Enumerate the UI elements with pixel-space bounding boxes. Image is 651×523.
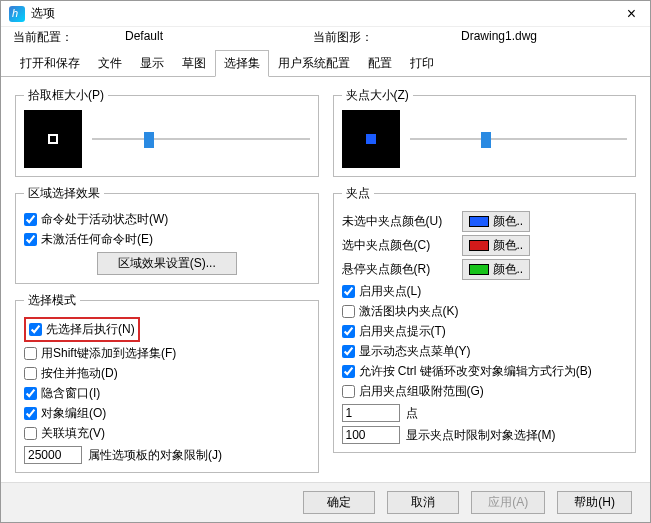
select-mode-group: 选择模式 先选择后执行(N) 用Shift键添加到选择集(F) 按住并拖动(D)… [15,292,319,473]
chk-show-dyn-menu[interactable]: 显示动态夹点菜单(Y) [342,343,628,360]
sel-color-label: 选中夹点颜色(C) [342,237,462,254]
tab-draft[interactable]: 草图 [173,50,215,77]
gripsize-legend: 夹点大小(Z) [342,87,413,104]
pickbox-legend: 拾取框大小(P) [24,87,108,104]
chk-preselect[interactable]: 先选择后执行(N) [29,321,135,338]
point-label: 点 [406,405,418,422]
chk-group-grips[interactable]: 启用夹点组吸附范围(G) [342,383,628,400]
grips-legend: 夹点 [342,185,374,202]
pickbox-slider[interactable] [92,128,310,150]
unsel-swatch [469,216,489,227]
current-drawing-value: Drawing1.dwg [461,29,537,46]
titlebar: 选项 × [1,1,650,27]
hover-color-button[interactable]: 颜色.. [462,259,531,280]
current-config-value: Default [125,29,313,46]
chk-no-cmd-active[interactable]: 未激活任何命令时(E) [24,231,310,248]
tab-open-save[interactable]: 打开和保存 [11,50,89,77]
pickbox-size-group: 拾取框大小(P) [15,87,319,177]
selmode-legend: 选择模式 [24,292,80,309]
chk-shift-add[interactable]: 用Shift键添加到选择集(F) [24,345,310,362]
highlight-preselect: 先选择后执行(N) [24,317,140,342]
grips-group: 夹点 未选中夹点颜色(U) 颜色.. 选中夹点颜色(C) 颜色.. 悬停夹点颜色… [333,185,637,453]
gripsize-slider[interactable] [410,128,628,150]
current-config-label: 当前配置： [13,29,125,46]
chk-press-drag[interactable]: 按住并拖动(D) [24,365,310,382]
app-icon [9,6,25,22]
tab-user-pref[interactable]: 用户系统配置 [269,50,359,77]
ok-button[interactable]: 确定 [303,491,375,514]
gripsize-preview [342,110,400,168]
pickbox-preview [24,110,82,168]
palette-limit-label: 属性选项板的对象限制(J) [88,447,222,464]
config-row: 当前配置： Default 当前图形： Drawing1.dwg [1,27,650,50]
chk-ctrl-cycle[interactable]: 允许按 Ctrl 键循环改变对象编辑方式行为(B) [342,363,628,380]
chk-enable-grip-tips[interactable]: 启用夹点提示(T) [342,323,628,340]
tab-profiles[interactable]: 配置 [359,50,401,77]
region-legend: 区域选择效果 [24,185,104,202]
tab-files[interactable]: 文件 [89,50,131,77]
showlimit-label: 显示夹点时限制对象选择(M) [406,427,556,444]
tab-selection[interactable]: 选择集 [215,50,269,77]
chk-enable-grips[interactable]: 启用夹点(L) [342,283,628,300]
sel-swatch [469,240,489,251]
window-title: 选项 [31,5,55,22]
unsel-color-label: 未选中夹点颜色(U) [342,213,462,230]
options-dialog: { "titlebar": { "title": "选项" }, "config… [0,0,651,523]
sel-color-button[interactable]: 颜色.. [462,235,531,256]
region-effect-button[interactable]: 区域效果设置(S)... [97,252,237,275]
palette-limit-input[interactable] [24,446,82,464]
unsel-color-button[interactable]: 颜色.. [462,211,531,232]
gripsize-group: 夹点大小(Z) [333,87,637,177]
tabs: 打开和保存 文件 显示 草图 选择集 用户系统配置 配置 打印 [1,50,650,77]
chk-assoc-hatch[interactable]: 关联填充(V) [24,425,310,442]
hover-color-label: 悬停夹点颜色(R) [342,261,462,278]
close-icon[interactable]: × [621,5,642,23]
chk-implied-window[interactable]: 隐含窗口(I) [24,385,310,402]
tab-display[interactable]: 显示 [131,50,173,77]
apply-button[interactable]: 应用(A) [471,491,545,514]
region-select-group: 区域选择效果 命令处于活动状态时(W) 未激活任何命令时(E) 区域效果设置(S… [15,185,319,284]
hover-swatch [469,264,489,275]
help-button[interactable]: 帮助(H) [557,491,632,514]
showlimit-input[interactable] [342,426,400,444]
chk-cmd-active[interactable]: 命令处于活动状态时(W) [24,211,310,228]
footer: 确定 取消 应用(A) 帮助(H) [1,482,650,522]
current-drawing-label: 当前图形： [313,29,461,46]
point-input[interactable] [342,404,400,422]
tab-print[interactable]: 打印 [401,50,443,77]
chk-enable-block-grips[interactable]: 激活图块内夹点(K) [342,303,628,320]
chk-object-group[interactable]: 对象编组(O) [24,405,310,422]
cancel-button[interactable]: 取消 [387,491,459,514]
